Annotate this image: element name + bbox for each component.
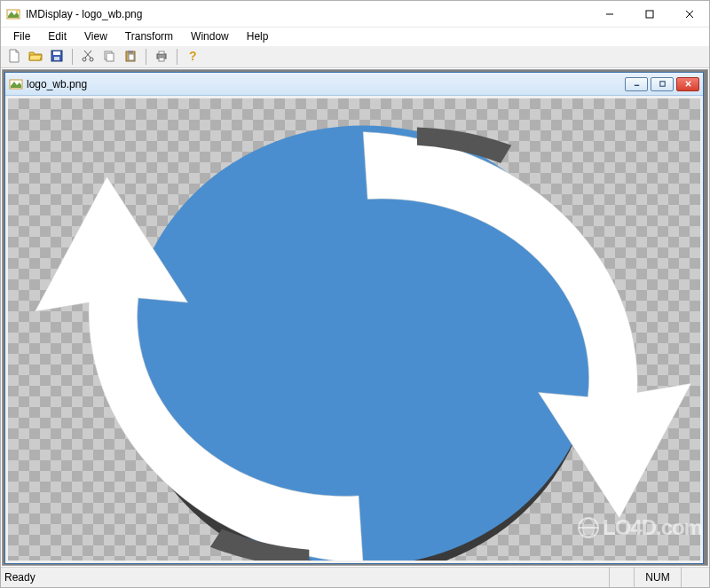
svg-rect-24 <box>659 82 664 86</box>
svg-line-12 <box>84 51 91 58</box>
open-folder-icon <box>28 49 43 66</box>
menu-transform[interactable]: Transform <box>116 28 182 44</box>
svg-rect-17 <box>129 54 134 60</box>
svg-point-1 <box>16 10 19 12</box>
copy-button[interactable] <box>99 47 119 67</box>
document-titlebar[interactable]: logo_wb.png <box>5 73 703 96</box>
title-bar: IMDisplay - logo_wb.png <box>1 1 709 27</box>
cut-scissors-icon <box>81 49 95 66</box>
window-controls <box>589 1 709 27</box>
doc-maximize-button[interactable] <box>651 77 674 91</box>
help-button[interactable]: ? <box>183 47 202 67</box>
open-button[interactable] <box>26 47 45 67</box>
print-button[interactable] <box>152 47 171 67</box>
image-canvas <box>8 98 700 561</box>
svg-rect-14 <box>106 53 114 61</box>
paste-icon <box>123 49 138 66</box>
svg-rect-20 <box>159 58 164 61</box>
svg-rect-19 <box>159 51 164 54</box>
document-title: logo_wb.png <box>27 78 625 90</box>
document-window: logo_wb.png <box>4 72 704 564</box>
status-bar: Ready NUM <box>1 567 709 587</box>
svg-point-10 <box>90 58 93 61</box>
new-button[interactable] <box>4 47 24 67</box>
app-icon <box>6 7 20 21</box>
doc-close-button[interactable] <box>676 77 699 91</box>
canvas-viewport[interactable] <box>5 96 703 563</box>
document-icon <box>9 77 23 91</box>
menu-file[interactable]: File <box>4 28 39 44</box>
status-spacer <box>609 568 634 587</box>
svg-rect-3 <box>646 11 653 18</box>
paste-button[interactable] <box>121 47 140 67</box>
menu-bar: File Edit View Transform Window Help <box>1 27 709 45</box>
svg-rect-8 <box>54 57 59 60</box>
copy-icon <box>102 49 116 66</box>
document-controls <box>625 77 699 91</box>
save-button[interactable] <box>47 47 67 67</box>
toolbar-separator <box>146 49 146 65</box>
cut-button[interactable] <box>78 47 98 67</box>
new-file-icon <box>7 49 21 66</box>
menu-help[interactable]: Help <box>238 28 278 44</box>
status-numlock: NUM <box>634 568 680 587</box>
toolbar-separator <box>177 49 178 65</box>
status-message: Ready <box>4 571 609 584</box>
minimize-button[interactable] <box>589 1 629 27</box>
help-question-icon: ? <box>185 49 200 66</box>
mdi-workspace: logo_wb.png <box>2 69 708 566</box>
svg-text:?: ? <box>189 49 197 63</box>
toolbar: ? <box>1 45 709 68</box>
maximize-button[interactable] <box>629 1 669 27</box>
svg-rect-7 <box>53 51 60 55</box>
menu-edit[interactable]: Edit <box>39 28 75 44</box>
menu-window[interactable]: Window <box>182 28 238 44</box>
doc-minimize-button[interactable] <box>625 77 648 91</box>
svg-point-9 <box>83 58 86 61</box>
app-window: IMDisplay - logo_wb.png File Edit View T… <box>0 0 710 588</box>
menu-view[interactable]: View <box>75 28 116 44</box>
window-title: IMDisplay - logo_wb.png <box>26 8 589 20</box>
status-spacer <box>681 568 706 587</box>
close-button[interactable] <box>669 1 709 27</box>
svg-rect-16 <box>128 51 133 53</box>
printer-icon <box>154 49 169 66</box>
save-disk-icon <box>50 49 64 66</box>
toolbar-separator <box>72 49 73 65</box>
svg-line-11 <box>85 51 91 58</box>
